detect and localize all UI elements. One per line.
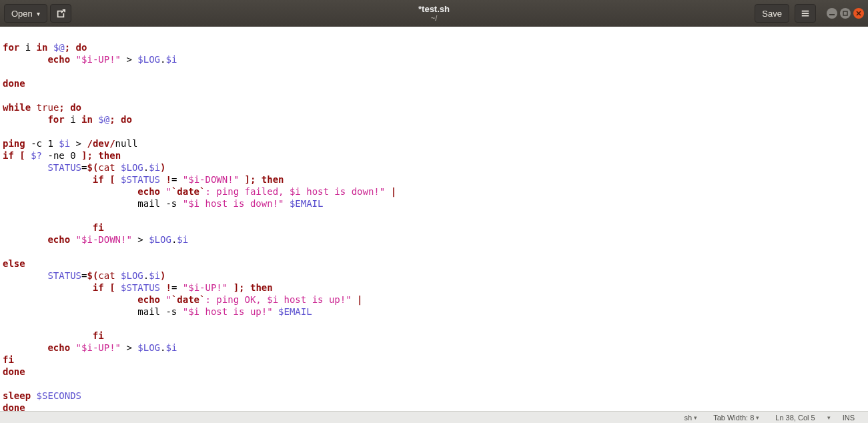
svg-rect-1 (843, 11, 847, 15)
tab-width-label: Tab Width: 8 (713, 414, 754, 422)
hamburger-icon (801, 9, 810, 18)
line-ending-selector[interactable]: ▾ (823, 414, 835, 421)
chevron-down-icon: ▾ (827, 414, 831, 421)
language-selector[interactable]: sh ▾ (677, 414, 706, 422)
close-icon (856, 11, 861, 16)
cursor-position-label: Ln 38, Col 5 (775, 414, 815, 422)
status-bar: sh ▾ Tab Width: 8 ▾ Ln 38, Col 5 ▾ INS (0, 411, 868, 423)
chevron-down-icon: ▾ (694, 414, 697, 421)
language-label: sh (685, 414, 693, 422)
window-title: *test.sh ~/ (0, 5, 868, 22)
file-name: *test.sh (0, 5, 868, 14)
minimize-button[interactable] (827, 8, 837, 19)
file-path: ~/ (0, 14, 868, 22)
chevron-down-icon: ▾ (756, 414, 759, 421)
minimize-icon (829, 11, 835, 16)
insert-mode-label: INS (843, 414, 855, 422)
titlebar: Open ▾ *test.sh ~/ Save (0, 0, 868, 27)
new-tab-icon (56, 9, 65, 18)
maximize-icon (843, 11, 848, 16)
save-button[interactable]: Save (755, 4, 789, 23)
chevron-down-icon: ▾ (37, 10, 40, 17)
tab-width-selector[interactable]: Tab Width: 8 ▾ (705, 414, 767, 422)
close-button[interactable] (853, 8, 864, 19)
insert-mode[interactable]: INS (835, 414, 863, 422)
hamburger-menu-button[interactable] (795, 4, 816, 23)
svg-rect-0 (829, 14, 835, 15)
open-label: Open (11, 9, 33, 19)
new-tab-button[interactable] (50, 4, 71, 23)
window-controls (827, 8, 864, 19)
editor-area[interactable]: for i in $@; do echo "$i-UP!" > $LOG.$i … (0, 27, 868, 411)
save-label: Save (762, 9, 782, 19)
cursor-position[interactable]: Ln 38, Col 5 (767, 414, 823, 422)
maximize-button[interactable] (840, 8, 851, 19)
open-button[interactable]: Open ▾ (4, 4, 47, 23)
